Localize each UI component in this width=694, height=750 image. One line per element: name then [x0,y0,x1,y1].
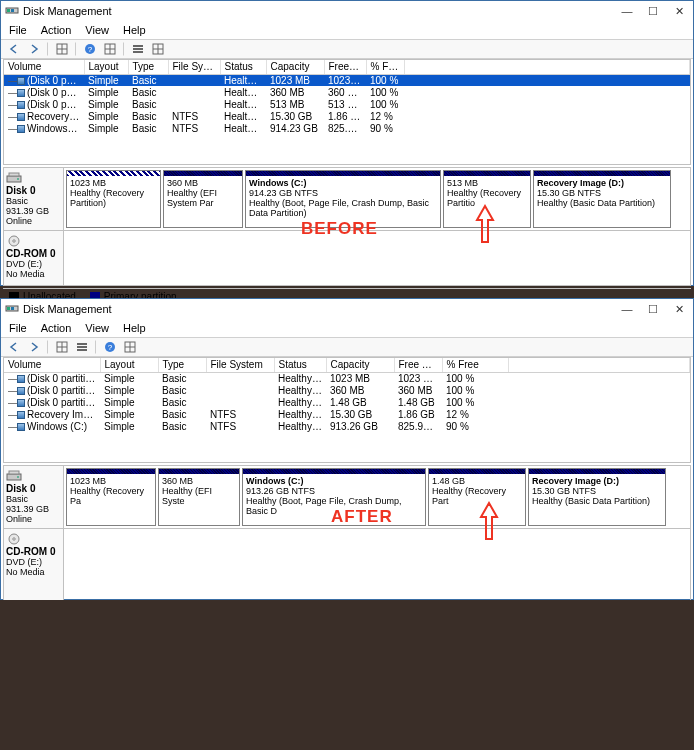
help-button[interactable]: ? [81,41,99,57]
col-4[interactable]: Status [220,60,266,74]
disk-header[interactable]: CD-ROM 0 DVD (E:) No Media [4,231,64,285]
vol-pct: 100 % [366,74,404,86]
forward-button[interactable] [25,41,43,57]
disk-name: CD-ROM 0 [6,248,61,259]
table-row[interactable]: —(Disk 0 partition 1) Simple Basic Healt… [4,74,690,86]
col-7[interactable]: % Free [442,358,508,372]
view2-button[interactable] [73,339,91,355]
vol-name: (Disk 0 partition 5) [27,397,100,408]
table-row[interactable]: —Windows (C:) Simple Basic NTFS Healthy … [4,420,690,432]
partition-block[interactable]: 360 MB Healthy (EFI System Par [163,170,243,228]
help-button[interactable]: ? [101,339,119,355]
menu-action[interactable]: Action [41,322,72,334]
col-5[interactable]: Capacity [326,358,394,372]
maximize-button[interactable]: ☐ [643,301,663,317]
col-4[interactable]: Status [274,358,326,372]
menu-help[interactable]: Help [123,322,146,334]
col-0[interactable]: Volume [4,60,84,74]
vol-free: 360 MB [394,384,442,396]
vol-name: (Disk 0 partition 1) [27,75,84,86]
disk-header[interactable]: Disk 0 Basic 931.39 GB Online [4,466,64,528]
back-button[interactable] [5,339,23,355]
back-button[interactable] [5,41,23,57]
col-blank[interactable] [404,60,690,74]
title-bar[interactable]: Disk Management — ☐ ✕ [1,299,693,319]
view1-button[interactable] [53,41,71,57]
part-status: Healthy (Recovery Part [432,486,522,506]
part-title: Recovery Image (D:) [537,178,667,188]
vol-fs: NTFS [168,110,220,122]
close-button[interactable]: ✕ [669,3,689,19]
table-row[interactable]: —Recovery Image (D:) Simple Basic NTFS H… [4,110,690,122]
forward-button[interactable] [25,339,43,355]
col-1[interactable]: Layout [100,358,158,372]
col-2[interactable]: Type [158,358,206,372]
minimize-button[interactable]: — [617,3,637,19]
props-button[interactable] [101,41,119,57]
table-row[interactable]: —(Disk 0 partition 5) Simple Basic Healt… [4,98,690,110]
props-button[interactable] [121,339,139,355]
partition-block[interactable]: 1.48 GB Healthy (Recovery Part [428,468,526,526]
table-row[interactable]: —Recovery Image (D:) Simple Basic NTFS H… [4,408,690,420]
col-7[interactable]: % Free [366,60,404,74]
vol-pct: 12 % [442,408,508,420]
hdd-icon [6,172,22,184]
svg-rect-24 [11,307,14,310]
volumes-list[interactable]: VolumeLayoutTypeFile SystemStatusCapacit… [3,59,691,165]
partition-block[interactable]: Recovery Image (D:) 15.30 GB NTFS Health… [528,468,666,526]
disk-name: CD-ROM 0 [6,546,61,557]
minimize-button[interactable]: — [617,301,637,317]
partition-block[interactable]: Windows (C:) 913.26 GB NTFS Healthy (Boo… [242,468,426,526]
menu-file[interactable]: File [9,24,27,36]
vol-capacity: 360 MB [326,384,394,396]
vol-fs [206,372,274,384]
menu-help[interactable]: Help [123,24,146,36]
table-row[interactable]: —(Disk 0 partition 2) Simple Basic Healt… [4,384,690,396]
menu-view[interactable]: View [85,24,109,36]
col-0[interactable]: Volume [4,358,100,372]
vol-status: Healthy (B... [274,420,326,432]
part-status: Healthy (EFI System Par [167,188,239,208]
vol-free: 1023 MB [394,372,442,384]
vol-capacity: 1.48 GB [326,396,394,408]
partition-block[interactable]: Windows (C:) 914.23 GB NTFS Healthy (Boo… [245,170,441,228]
partition-block[interactable]: 1023 MB Healthy (Recovery Pa [66,468,156,526]
table-row[interactable]: —(Disk 0 partition 2) Simple Basic Healt… [4,86,690,98]
volumes-list[interactable]: VolumeLayoutTypeFile SystemStatusCapacit… [3,357,691,463]
vol-fs [206,384,274,396]
partition-block[interactable]: 360 MB Healthy (EFI Syste [158,468,240,526]
maximize-button[interactable]: ☐ [643,3,663,19]
title-bar[interactable]: Disk Management — ☐ ✕ [1,1,693,21]
close-button[interactable]: ✕ [669,301,689,317]
table-row[interactable]: —(Disk 0 partition 5) Simple Basic Healt… [4,396,690,408]
col-5[interactable]: Capacity [266,60,324,74]
disk-header[interactable]: CD-ROM 0 DVD (E:) No Media [4,529,64,600]
disk-header[interactable]: Disk 0 Basic 931.39 GB Online [4,168,64,230]
extra1-button[interactable] [129,41,147,57]
view1-button[interactable] [53,339,71,355]
table-row[interactable]: —Windows (C:) Simple Basic NTFS Healthy … [4,122,690,134]
col-3[interactable]: File System [168,60,220,74]
col-6[interactable]: Free Spa... [324,60,366,74]
volume-icon [17,101,25,109]
menu-action[interactable]: Action [41,24,72,36]
col-6[interactable]: Free Spa... [394,358,442,372]
partition-block[interactable]: 1023 MB Healthy (Recovery Partition) [66,170,161,228]
partition-block[interactable]: Recovery Image (D:) 15.30 GB NTFS Health… [533,170,671,228]
menu-file[interactable]: File [9,322,27,334]
vol-name: (Disk 0 partition 5) [27,99,84,110]
vol-type: Basic [128,86,168,98]
vol-name: Windows (C:) [27,123,84,134]
partition-block[interactable]: 513 MB Healthy (Recovery Partitio [443,170,531,228]
col-2[interactable]: Type [128,60,168,74]
vol-fs: NTFS [168,122,220,134]
vol-type: Basic [128,74,168,86]
partitions-area [64,231,690,285]
menu-view[interactable]: View [85,322,109,334]
extra2-button[interactable] [149,41,167,57]
col-3[interactable]: File System [206,358,274,372]
table-row[interactable]: —(Disk 0 partition 1) Simple Basic Healt… [4,372,690,384]
col-blank[interactable] [508,358,690,372]
disk-state: No Media [6,269,61,279]
col-1[interactable]: Layout [84,60,128,74]
